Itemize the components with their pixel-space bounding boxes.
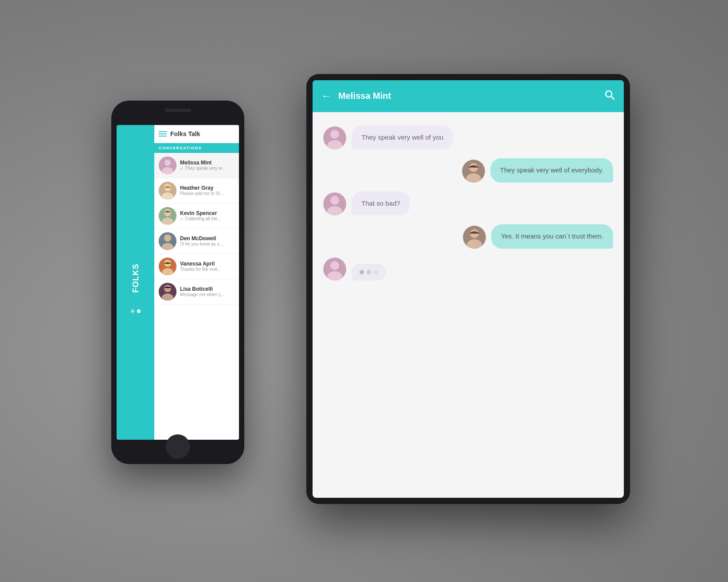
conv-name-kevin: Kevin Spencer (180, 210, 235, 216)
chat-contact-name: Melissa Mint (338, 91, 604, 101)
conv-item-lisa[interactable]: Lisa Boticelli Message me when y... (154, 279, 239, 305)
avatar-user-2 (463, 226, 486, 249)
phone-screen: FOLKS Folks Talk CONVERSATIONS (117, 125, 239, 440)
conv-info-vanessa: Vanessa April Thanks for the invit... (180, 261, 235, 272)
conversations-panel: Folks Talk CONVERSATIONS Melissa Mint ✓ (154, 125, 239, 440)
conv-preview-vanessa: Thanks for the invit... (180, 267, 235, 272)
conv-info-heather: Heather Gray Please add me to Sl... (180, 185, 235, 196)
phone-app-header: Folks Talk (154, 125, 239, 143)
conv-info-melissa: Melissa Mint ✓ They speak very w... (180, 160, 235, 171)
message-row-1: They speak very well of you (323, 125, 613, 150)
svg-line-19 (611, 96, 614, 99)
phone-home-button[interactable] (166, 434, 190, 459)
svg-point-33 (330, 261, 339, 270)
conv-preview-den: I'll let you know as s... (180, 242, 235, 246)
avatar-vanessa (159, 258, 176, 275)
back-button[interactable]: ← (321, 90, 331, 102)
bubble-received-1: They speak very well of you (352, 125, 453, 150)
avatar-melissa-chat (323, 126, 346, 149)
phone-device: FOLKS Folks Talk CONVERSATIONS (111, 101, 244, 464)
avatar-heather (159, 182, 176, 199)
conv-item-melissa[interactable]: Melissa Mint ✓ They speak very w... (154, 153, 239, 178)
conv-info-kevin: Kevin Spencer ✓ Collecting all the... (180, 210, 235, 221)
bubble-sent-2: Yes. It means you can´t trust them. (491, 224, 613, 249)
typing-dot-2 (367, 270, 371, 274)
dot-1 (131, 309, 134, 313)
tablet-screen: ← Melissa Mint They speak v (313, 80, 624, 498)
avatar-melissa-typing (323, 258, 346, 281)
svg-point-21 (330, 130, 339, 139)
conv-name-vanessa: Vanessa April (180, 261, 235, 267)
search-button[interactable] (604, 90, 615, 103)
chat-message-area: They speak very well of you They speak v… (313, 112, 624, 498)
avatar-user-1 (462, 160, 485, 183)
avatar-den (159, 232, 176, 250)
conv-preview-lisa: Message me when y... (180, 292, 235, 297)
typing-dot-1 (360, 270, 364, 274)
typing-dot-3 (374, 270, 378, 274)
dot-2 (137, 309, 141, 313)
conv-item-heather[interactable]: Heather Gray Please add me to Sl... (154, 178, 239, 203)
svg-point-27 (330, 196, 339, 205)
typing-row (323, 258, 613, 281)
avatar-melissa-chat-2 (323, 192, 346, 215)
conv-name-melissa: Melissa Mint (180, 160, 235, 166)
svg-point-7 (164, 209, 171, 216)
hamburger-button[interactable] (159, 131, 167, 137)
phone-top-notch (164, 109, 191, 112)
conv-preview-heather: Please add me to Sl... (180, 191, 235, 196)
scene: FOLKS Folks Talk CONVERSATIONS (98, 47, 630, 535)
avatar-melissa (159, 156, 176, 174)
avatar-lisa (159, 283, 176, 301)
conv-item-vanessa[interactable]: Vanessa April Thanks for the invit... (154, 254, 239, 279)
pagination-dots (131, 309, 141, 313)
conv-name-heather: Heather Gray (180, 185, 235, 191)
bubble-sent-1: They speak very well of everybody. (490, 158, 613, 183)
svg-point-10 (164, 234, 171, 242)
conv-name-lisa: Lisa Boticelli (180, 286, 235, 292)
svg-point-16 (164, 285, 171, 292)
conv-info-den: Den McDowell I'll let you know as s... (180, 235, 235, 246)
message-row-2: They speak very well of everybody. (323, 158, 613, 183)
conversations-label: CONVERSATIONS (154, 143, 239, 153)
conv-item-kevin[interactable]: Kevin Spencer ✓ Collecting all the... (154, 203, 239, 229)
avatar-kevin (159, 207, 176, 225)
app-title: Folks Talk (170, 130, 200, 137)
message-row-3: That so bad? (323, 191, 613, 216)
conversation-list: Melissa Mint ✓ They speak very w... (154, 153, 239, 440)
conv-name-den: Den McDowell (180, 235, 235, 242)
conv-item-den[interactable]: Den McDowell I'll let you know as s... (154, 229, 239, 254)
svg-point-1 (164, 160, 171, 166)
brand-title: FOLKS (131, 264, 140, 293)
tablet-device: ← Melissa Mint They speak v (306, 74, 630, 504)
chat-topbar: ← Melissa Mint (313, 80, 624, 112)
conv-info-lisa: Lisa Boticelli Message me when y... (180, 286, 235, 297)
conv-preview-melissa: ✓ They speak very w... (180, 166, 235, 171)
message-row-4: Yes. It means you can´t trust them. (323, 224, 613, 249)
bubble-received-2: That so bad? (352, 191, 410, 216)
phone-brand-panel: FOLKS (117, 125, 154, 440)
conv-preview-kevin: ✓ Collecting all the... (180, 216, 235, 221)
typing-indicator (352, 264, 386, 281)
